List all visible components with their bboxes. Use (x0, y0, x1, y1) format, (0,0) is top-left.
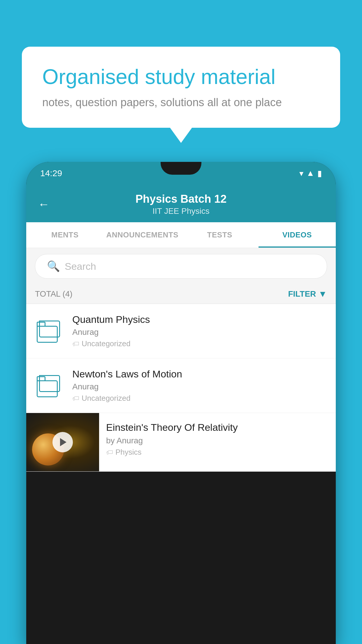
filter-label: FILTER (288, 289, 316, 299)
item-info: Quantum Physics Anurag 🏷 Uncategorized (72, 314, 327, 348)
batch-subtitle: IIT JEE Physics (136, 206, 227, 216)
folder-back-tab (39, 321, 48, 321)
video-author: by Anurag (106, 436, 329, 445)
item-info: Newton's Laws of Motion Anurag 🏷 Uncateg… (72, 368, 327, 403)
batch-title: Physics Batch 12 (136, 193, 227, 205)
status-bar: 14:29 ▾ ▲ ▮ (26, 162, 336, 185)
content-area: Quantum Physics Anurag 🏷 Uncategorized (26, 304, 336, 472)
phone-frame: 14:29 ▾ ▲ ▮ ← Physics Batch 12 IIT JEE P… (26, 162, 336, 644)
header-title: Physics Batch 12 IIT JEE Physics (136, 193, 227, 216)
subline: notes, question papers, solutions all at… (42, 96, 320, 109)
list-item[interactable]: Quantum Physics Anurag 🏷 Uncategorized (26, 304, 336, 358)
video-author: Anurag (72, 382, 327, 391)
tag-label: Uncategorized (82, 339, 131, 348)
tag-icon: 🏷 (106, 448, 113, 456)
folder-icon-container (35, 316, 64, 346)
search-bar-container: 🔍 Search (26, 248, 336, 284)
video-tag: 🏷 Physics (106, 448, 329, 457)
back-button[interactable]: ← (38, 198, 50, 211)
status-time: 14:29 (40, 168, 62, 178)
search-input[interactable]: 🔍 Search (35, 254, 327, 279)
tab-tests[interactable]: TESTS (181, 222, 259, 248)
tag-icon: 🏷 (72, 340, 79, 348)
battery-icon: ▮ (317, 169, 322, 178)
tag-label: Uncategorized (82, 394, 131, 403)
tag-icon: 🏷 (72, 394, 79, 402)
folder-back-tab (39, 375, 48, 376)
filter-icon: ▼ (318, 289, 327, 299)
app-header: ← Physics Batch 12 IIT JEE Physics (26, 185, 336, 222)
tab-videos[interactable]: VIDEOS (259, 222, 336, 248)
folder-icon (37, 374, 62, 397)
video-title: Newton's Laws of Motion (72, 368, 327, 380)
signal-icon: ▲ (306, 169, 314, 178)
video-title: Einstein's Theory Of Relativity (106, 422, 329, 433)
folder-icon-container (35, 371, 64, 400)
search-icon: 🔍 (47, 260, 60, 272)
tag-label: Physics (115, 448, 142, 457)
headline: Organised study material (42, 64, 320, 89)
folder-icon (37, 319, 62, 343)
video-author: Anurag (72, 328, 327, 337)
tab-ments[interactable]: MENTS (26, 222, 104, 248)
thumb-info: Einstein's Theory Of Relativity by Anura… (99, 413, 336, 466)
tab-announcements[interactable]: ANNOUNCEMENTS (104, 222, 181, 248)
total-count: TOTAL (4) (35, 289, 73, 299)
tab-bar: MENTS ANNOUNCEMENTS TESTS VIDEOS (26, 222, 336, 248)
folder-front-tab (37, 322, 45, 326)
play-icon (60, 438, 66, 446)
folder-front (37, 326, 58, 343)
list-item-thumb[interactable]: Einstein's Theory Of Relativity by Anura… (26, 413, 336, 472)
app-background: Organised study material notes, question… (0, 0, 362, 644)
folder-front (37, 380, 58, 397)
filter-button[interactable]: FILTER ▼ (288, 289, 327, 299)
video-title: Quantum Physics (72, 314, 327, 325)
speech-bubble: Organised study material notes, question… (22, 47, 340, 128)
folder-front-tab (37, 376, 45, 380)
thumbnail-container (26, 413, 99, 471)
video-tag: 🏷 Uncategorized (72, 394, 327, 403)
filter-bar: TOTAL (4) FILTER ▼ (26, 284, 336, 304)
play-button[interactable] (52, 432, 73, 452)
search-placeholder: Search (65, 261, 96, 272)
list-item[interactable]: Newton's Laws of Motion Anurag 🏷 Uncateg… (26, 358, 336, 413)
video-tag: 🏷 Uncategorized (72, 339, 327, 348)
status-icons: ▾ ▲ ▮ (299, 169, 322, 178)
wifi-icon: ▾ (299, 169, 303, 178)
